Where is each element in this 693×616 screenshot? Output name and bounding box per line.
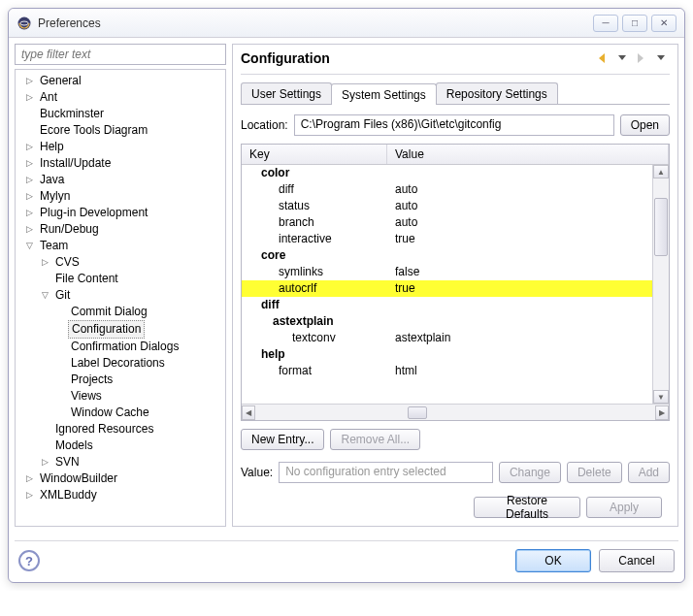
- tree-item[interactable]: Run/Debug: [37, 221, 102, 238]
- scroll-thumb[interactable]: [408, 406, 427, 419]
- col-key[interactable]: Key: [242, 145, 387, 164]
- table-row[interactable]: formathtml: [242, 363, 652, 379]
- table-row[interactable]: autocrlftrue: [242, 280, 652, 297]
- expand-icon[interactable]: ▷: [23, 89, 35, 106]
- scroll-down-icon[interactable]: ▼: [653, 390, 669, 404]
- cell-value: auto: [387, 214, 652, 231]
- table-row[interactable]: symlinksfalse: [242, 264, 652, 280]
- expand-icon[interactable]: ▷: [23, 172, 35, 188]
- restore-defaults-button[interactable]: Restore Defaults: [474, 497, 580, 518]
- tree-item[interactable]: File Content: [52, 271, 121, 287]
- tree-item[interactable]: XMLBuddy: [37, 487, 100, 503]
- open-button[interactable]: Open: [620, 114, 670, 136]
- expand-icon[interactable]: ▷: [23, 470, 35, 487]
- back-menu[interactable]: [613, 50, 631, 66]
- preferences-tree[interactable]: ▷General ▷Ant Buckminster Ecore Tools Di…: [15, 69, 226, 527]
- back-button[interactable]: [594, 50, 611, 66]
- scroll-up-icon[interactable]: ▲: [653, 165, 669, 178]
- location-field[interactable]: C:\Program Files (x86)\Git\etc\gitconfig: [294, 114, 614, 136]
- tree-item[interactable]: Mylyn: [37, 188, 73, 205]
- expand-icon[interactable]: ▷: [23, 188, 35, 205]
- table-row[interactable]: help: [242, 346, 652, 363]
- cell-value: auto: [387, 181, 652, 198]
- tree-item[interactable]: SVN: [52, 454, 82, 470]
- tab-system-settings[interactable]: System Settings: [331, 83, 437, 105]
- scroll-right-icon[interactable]: ▶: [655, 405, 669, 420]
- expand-icon[interactable]: ▷: [23, 155, 35, 172]
- tree-item[interactable]: Window Cache: [68, 405, 152, 421]
- tab-repository-settings[interactable]: Repository Settings: [436, 82, 558, 104]
- cell-value: auto: [387, 198, 652, 214]
- tree-item[interactable]: Models: [52, 438, 96, 454]
- expand-icon[interactable]: ▷: [23, 205, 35, 221]
- collapse-icon[interactable]: ▽: [39, 287, 50, 304]
- help-icon[interactable]: ?: [18, 550, 40, 571]
- scroll-left-icon[interactable]: ◀: [242, 405, 255, 420]
- table-row[interactable]: core: [242, 247, 652, 264]
- tabs: User Settings System Settings Repository…: [241, 82, 670, 105]
- collapse-icon[interactable]: ▽: [23, 238, 35, 254]
- table-row[interactable]: branchauto: [242, 214, 652, 231]
- tree-item[interactable]: Plug-in Development: [37, 205, 150, 221]
- table-row[interactable]: diff: [242, 297, 652, 313]
- filter-input[interactable]: [15, 44, 226, 65]
- tree-item[interactable]: Buckminster: [37, 106, 107, 122]
- expand-icon[interactable]: ▷: [39, 254, 50, 271]
- expand-icon[interactable]: ▷: [23, 73, 35, 89]
- delete-button[interactable]: Delete: [567, 462, 622, 483]
- value-input[interactable]: No configuration entry selected: [279, 462, 493, 483]
- page-title: Configuration: [241, 50, 594, 66]
- cell-value: html: [387, 363, 652, 379]
- tree-item[interactable]: Help: [37, 139, 67, 155]
- table-row[interactable]: diffauto: [242, 181, 652, 198]
- tree-item[interactable]: Views: [68, 388, 105, 405]
- expand-icon[interactable]: ▷: [23, 487, 35, 503]
- minimize-button[interactable]: ─: [593, 15, 618, 32]
- scroll-thumb[interactable]: [654, 198, 668, 256]
- tree-item[interactable]: Ant: [37, 89, 60, 106]
- table-row[interactable]: interactivetrue: [242, 231, 652, 247]
- vertical-scrollbar[interactable]: ▲ ▼: [652, 165, 669, 404]
- table-row[interactable]: textconvastextplain: [242, 330, 652, 346]
- tree-item[interactable]: Label Decorations: [68, 355, 168, 372]
- col-value[interactable]: Value: [387, 145, 669, 164]
- table-body[interactable]: colordiffautostatusautobranchautointerac…: [242, 165, 652, 404]
- tree-item-configuration[interactable]: Configuration: [68, 320, 145, 339]
- titlebar[interactable]: Preferences ─ □ ✕: [9, 9, 684, 38]
- ok-button[interactable]: OK: [515, 549, 591, 572]
- expand-icon[interactable]: ▷: [23, 139, 35, 155]
- remove-all-button[interactable]: Remove All...: [330, 429, 420, 450]
- horizontal-scrollbar[interactable]: ◀ ▶: [242, 404, 669, 420]
- tree-item[interactable]: WindowBuilder: [37, 470, 120, 487]
- config-table: Key Value colordiffautostatusautobrancha…: [241, 144, 670, 421]
- tree-item[interactable]: Ignored Resources: [52, 421, 156, 438]
- cell-value: [387, 346, 652, 363]
- expand-icon[interactable]: ▷: [23, 221, 35, 238]
- expand-icon[interactable]: ▷: [39, 454, 50, 470]
- close-button[interactable]: ✕: [651, 15, 676, 32]
- tree-item[interactable]: Confirmation Dialogs: [68, 339, 182, 355]
- tree-item[interactable]: Install/Update: [37, 155, 114, 172]
- tree-item[interactable]: Java: [37, 172, 67, 188]
- apply-button[interactable]: Apply: [586, 497, 662, 518]
- maximize-button[interactable]: □: [622, 15, 647, 32]
- tree-item[interactable]: Commit Dialog: [68, 304, 150, 320]
- cancel-button[interactable]: Cancel: [599, 549, 675, 572]
- forward-button[interactable]: [633, 50, 650, 66]
- tree-item[interactable]: Ecore Tools Diagram: [37, 122, 150, 139]
- tree-item[interactable]: Projects: [68, 372, 116, 388]
- new-entry-button[interactable]: New Entry...: [241, 429, 324, 450]
- tree-item[interactable]: CVS: [52, 254, 82, 271]
- cell-key: color: [242, 165, 387, 181]
- table-row[interactable]: color: [242, 165, 652, 181]
- table-row[interactable]: astextplain: [242, 313, 652, 330]
- tab-user-settings[interactable]: User Settings: [241, 82, 332, 104]
- add-button[interactable]: Add: [628, 462, 670, 483]
- tree-item-git[interactable]: Git: [52, 287, 73, 304]
- tree-item-team[interactable]: Team: [37, 238, 71, 254]
- table-row[interactable]: statusauto: [242, 198, 652, 214]
- cell-key: core: [242, 247, 387, 264]
- forward-menu[interactable]: [652, 50, 670, 66]
- change-button[interactable]: Change: [499, 462, 561, 483]
- tree-item[interactable]: General: [37, 73, 84, 89]
